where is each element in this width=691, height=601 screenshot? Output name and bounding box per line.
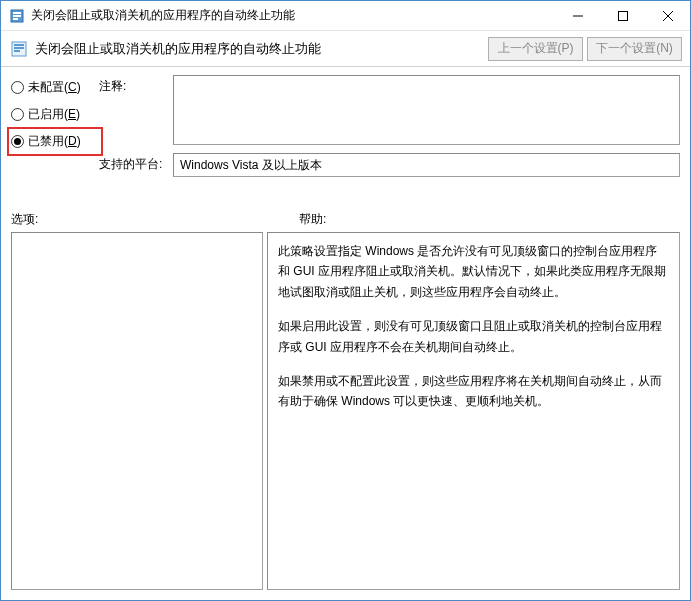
radio-label: 已禁用(D) bbox=[28, 133, 81, 150]
nav-buttons: 上一个设置(P) 下一个设置(N) bbox=[488, 37, 682, 61]
policy-editor-window: 关闭会阻止或取消关机的应用程序的自动终止功能 关闭会阻止或取消关机的应用程序的自… bbox=[0, 0, 691, 601]
close-icon bbox=[663, 11, 673, 21]
help-paragraph: 如果禁用或不配置此设置，则这些应用程序将在关机期间自动终止，从而有助于确保 Wi… bbox=[278, 371, 669, 412]
policy-title: 关闭会阻止或取消关机的应用程序的自动终止功能 bbox=[35, 40, 488, 58]
next-setting-button[interactable]: 下一个设置(N) bbox=[587, 37, 682, 61]
platform-label: 支持的平台: bbox=[99, 153, 173, 173]
maximize-icon bbox=[618, 11, 628, 21]
svg-rect-3 bbox=[13, 18, 18, 20]
radio-icon bbox=[11, 81, 24, 94]
comment-label: 注释: bbox=[99, 75, 173, 95]
radio-disabled[interactable]: 已禁用(D) bbox=[7, 127, 103, 156]
comment-row: 注释: bbox=[99, 75, 680, 145]
help-label: 帮助: bbox=[299, 211, 326, 228]
section-labels: 选项: 帮助: bbox=[1, 181, 690, 232]
header-row: 关闭会阻止或取消关机的应用程序的自动终止功能 上一个设置(P) 下一个设置(N) bbox=[1, 31, 690, 67]
comment-textarea[interactable] bbox=[173, 75, 680, 145]
config-area: 未配置(C) 已启用(E) 已禁用(D) 注释: 支持的平台: Windows … bbox=[1, 67, 690, 181]
help-paragraph: 如果启用此设置，则没有可见顶级窗口且阻止或取消关机的控制台应用程序或 GUI 应… bbox=[278, 316, 669, 357]
radio-label: 已启用(E) bbox=[28, 106, 80, 123]
svg-rect-11 bbox=[14, 50, 20, 52]
radio-enabled[interactable]: 已启用(E) bbox=[11, 106, 99, 123]
radio-not-configured[interactable]: 未配置(C) bbox=[11, 79, 99, 96]
options-panel bbox=[11, 232, 263, 590]
svg-rect-10 bbox=[14, 47, 24, 49]
help-panel: 此策略设置指定 Windows 是否允许没有可见顶级窗口的控制台应用程序和 GU… bbox=[267, 232, 680, 590]
help-paragraph: 此策略设置指定 Windows 是否允许没有可见顶级窗口的控制台应用程序和 GU… bbox=[278, 241, 669, 302]
window-title: 关闭会阻止或取消关机的应用程序的自动终止功能 bbox=[31, 7, 555, 24]
minimize-button[interactable] bbox=[555, 1, 600, 30]
svg-rect-1 bbox=[13, 12, 21, 14]
platform-value: Windows Vista 及以上版本 bbox=[173, 153, 680, 177]
options-label: 选项: bbox=[11, 211, 299, 228]
radio-icon bbox=[11, 108, 24, 121]
app-icon bbox=[9, 8, 25, 24]
fields-column: 注释: 支持的平台: Windows Vista 及以上版本 bbox=[99, 75, 680, 177]
minimize-icon bbox=[573, 11, 583, 21]
panels-row: 此策略设置指定 Windows 是否允许没有可见顶级窗口的控制台应用程序和 GU… bbox=[1, 232, 690, 600]
policy-icon bbox=[9, 39, 29, 59]
window-controls bbox=[555, 1, 690, 30]
radio-group: 未配置(C) 已启用(E) 已禁用(D) bbox=[11, 75, 99, 177]
platform-row: 支持的平台: Windows Vista 及以上版本 bbox=[99, 153, 680, 177]
close-button[interactable] bbox=[645, 1, 690, 30]
maximize-button[interactable] bbox=[600, 1, 645, 30]
svg-rect-5 bbox=[618, 11, 627, 20]
svg-rect-2 bbox=[13, 15, 21, 17]
svg-rect-9 bbox=[14, 44, 24, 46]
previous-setting-button[interactable]: 上一个设置(P) bbox=[488, 37, 583, 61]
radio-icon-checked bbox=[11, 135, 24, 148]
titlebar: 关闭会阻止或取消关机的应用程序的自动终止功能 bbox=[1, 1, 690, 31]
radio-label: 未配置(C) bbox=[28, 79, 81, 96]
